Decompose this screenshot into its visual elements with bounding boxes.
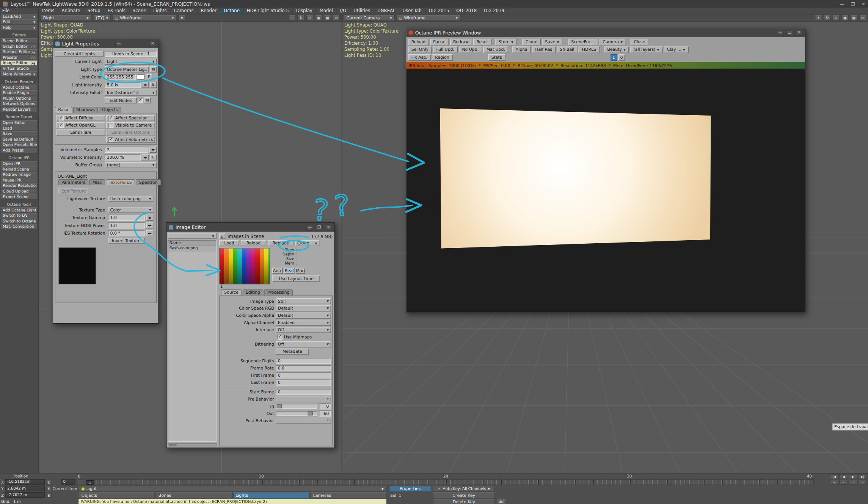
texture-type-dropdown[interactable]: Color ▼ — [108, 207, 154, 213]
sidebar-render-target-item-3[interactable]: Save as Default — [0, 137, 38, 142]
sidebar-octane-render-item-2[interactable]: Plugin Options — [0, 96, 38, 102]
doc-sheet-icon[interactable]: ▤ — [150, 66, 157, 72]
light-tab-0[interactable]: Basic — [55, 107, 73, 113]
minimize-button[interactable]: — — [777, 30, 784, 36]
transport-button-6[interactable]: › — [849, 480, 857, 485]
ipr-toolbar-button-1[interactable]: Pause — [430, 38, 449, 45]
ipr-render-option-button-1[interactable]: Full Upd. — [433, 46, 458, 53]
sidebar-editors-item-4[interactable]: Image EditorF6 — [0, 60, 38, 66]
frame-start-field[interactable]: 0 — [61, 479, 75, 485]
doc-sheet-icon[interactable]: ▤ — [144, 97, 151, 103]
refresh-mode-button-2[interactable]: Man — [295, 268, 305, 274]
y-position-field[interactable]: 2.6042 m — [5, 486, 45, 491]
ies-texture-rotation-field[interactable]: 0.0 ° — [108, 230, 145, 236]
collapse-panel-button[interactable]: ▸ — [219, 233, 225, 239]
item-filter-2[interactable]: Lights — [233, 492, 309, 498]
ipr-render-view[interactable] — [407, 69, 805, 312]
octane-tab-3[interactable]: Spectron — [136, 179, 161, 185]
invert-texture-button[interactable]: Invert Texture — [108, 238, 144, 244]
light-tab-1[interactable]: Shadows — [73, 107, 98, 113]
sidebar-octane-ipr-item-5[interactable]: Cloud Upload — [0, 189, 38, 194]
envelope-button[interactable]: E — [146, 74, 152, 80]
texture-hdri-power-field[interactable]: 1.0 — [108, 222, 145, 228]
transport-button-3[interactable]: ▶| — [858, 474, 867, 479]
menu-tab-18[interactable]: OD_2019 — [480, 8, 508, 14]
ipr-toolbar-button-9[interactable]: Close — [631, 38, 648, 45]
replace-button[interactable]: Replace — [268, 240, 294, 246]
sidebar-octane-render-item-3[interactable]: Network Options — [0, 101, 38, 107]
auto-key-dropdown[interactable]: ✓ Auto Key: All Channels ▼ — [433, 486, 495, 492]
ipr-render-option-button-6[interactable]: Sh.Ball — [557, 46, 578, 53]
menu-tab-16[interactable]: OD_2015 — [425, 8, 453, 14]
lens-flare-options-button[interactable]: Lens Flare Options — [106, 130, 155, 136]
light-intensity-field[interactable]: 5.0 lx — [105, 81, 141, 88]
ipr-render-option-button-10[interactable]: Clay ...▼ — [664, 46, 688, 53]
sidebar-editors-item-6[interactable]: More Windows▼ — [0, 71, 38, 77]
menu-tab-17[interactable]: OD_2018 — [453, 8, 481, 14]
light-tab-2[interactable]: Objects — [99, 107, 121, 113]
color-space-alpha-dropdown[interactable]: Default▼ — [276, 312, 331, 318]
lens-flare-button[interactable]: Lens Flare — [57, 130, 105, 136]
menu-tab-13[interactable]: Utilities — [350, 8, 374, 14]
metadata-button[interactable]: Metadata — [276, 348, 309, 354]
move-tool-icon[interactable]: + — [289, 15, 296, 21]
refresh-mode-button-1[interactable]: Real — [284, 268, 295, 274]
x-envelope-button[interactable]: E — [46, 479, 52, 485]
zoom-tool-icon[interactable]: ⊙ — [306, 15, 313, 21]
visible-to-camera-checkbox[interactable]: Visible to Camera — [106, 122, 155, 128]
use-mipmaps-checkbox[interactable]: ✓Use Mipmaps — [276, 334, 314, 340]
item-filter-3[interactable]: Cameras — [310, 492, 386, 498]
ipr-toolbar-button-8[interactable]: Camera▼ — [599, 38, 626, 45]
sidebar-render-target-item-4[interactable]: Open Presets Shelf — [0, 142, 38, 148]
sidebar-octane-tools-item-2[interactable]: Switch to Octane — [0, 219, 38, 224]
image-editor-titlebar[interactable]: Image Editor — ❐ ✕ — [166, 223, 334, 232]
ipr-toolbar-button-0[interactable]: Reload — [408, 38, 429, 45]
image-editor-tab-1[interactable]: Editing — [242, 289, 264, 295]
first-frame-field[interactable]: 0 — [276, 372, 331, 378]
sidebar-octane-ipr-item-1[interactable]: Reload Scene — [0, 166, 38, 172]
transport-button-7[interactable]: » — [858, 480, 867, 485]
transport-button-2[interactable]: ▶ — [849, 474, 857, 479]
image-type-dropdown[interactable]: Still▼ — [276, 298, 331, 304]
maximize-button[interactable]: ❐ — [315, 224, 323, 230]
reload-button[interactable]: Reload — [241, 240, 266, 246]
affect-diffuse-checkbox[interactable]: ✓Affect Diffuse — [57, 115, 105, 121]
sidebar-octane-ipr-item-3[interactable]: Pause IPR — [0, 178, 38, 183]
move-tool-icon[interactable]: + — [815, 15, 822, 21]
transport-button-5[interactable]: ‹ — [839, 480, 848, 485]
close-icon[interactable]: ✕ — [862, 2, 865, 6]
menu-tab-1[interactable]: Animate — [58, 8, 84, 14]
ipr-region-button-2[interactable]: Stats — [488, 54, 505, 61]
light-properties-titlebar[interactable]: Light Properties — ✕ — [53, 39, 158, 48]
item-filter-0[interactable]: Objects — [78, 492, 155, 498]
frame-rate-field[interactable]: 0.0 — [276, 365, 331, 371]
menu-tab-15[interactable]: User Tab — [399, 8, 425, 14]
menu-tab-3[interactable]: FX Tools — [104, 8, 129, 14]
sidebar-editors-item-2[interactable]: Surface EditorF5 — [0, 49, 38, 55]
ipr-toolbar-button-5[interactable]: Clone — [522, 38, 541, 45]
ipr-toolbar-button-3[interactable]: Reset — [473, 38, 491, 45]
affect-opengl-checkbox[interactable]: ✓Affect OpenGL — [57, 122, 105, 128]
file-menu[interactable]: File — [0, 8, 38, 14]
in-slider[interactable] — [276, 404, 317, 409]
fit-view-icon[interactable]: ▦ — [850, 15, 857, 21]
envelope-button[interactable]: E — [150, 81, 157, 88]
y-envelope-button[interactable]: E — [46, 486, 52, 491]
use-layout-time-button[interactable]: Use Layout Time — [272, 275, 320, 282]
image-list-item[interactable]: flash-color.png — [168, 246, 216, 252]
rotate-tool-icon[interactable]: ↻ — [824, 15, 831, 21]
sidebar-octane-render-item-1[interactable]: Enable Plugin — [0, 90, 38, 96]
volumetric-intensity-field[interactable]: 100.0 % — [105, 154, 141, 160]
menu-tab-9[interactable]: HDR Light Studio 5 — [243, 8, 293, 14]
current-frame-handle[interactable]: 1 — [86, 480, 94, 485]
alpha-channel-dropdown[interactable]: Enabled▼ — [276, 319, 331, 326]
stepper-icon[interactable]: ◀▶ — [142, 154, 149, 160]
affect-volumetrics-checkbox[interactable]: ✓Affect Volumetrics — [106, 137, 155, 143]
edit-nodes-button[interactable]: Edit Nodes — [105, 97, 137, 103]
sidebar-render-target-item-2[interactable]: Save — [0, 131, 38, 137]
chevron-down-icon[interactable]: ▼ — [178, 15, 185, 21]
stepper-icon[interactable]: ◀▶ — [146, 214, 153, 221]
menu-tab-10[interactable]: Display — [293, 8, 316, 14]
octane-tab-0[interactable]: Parameters — [58, 179, 88, 185]
pan-tool-icon[interactable]: ▣ — [841, 15, 849, 21]
